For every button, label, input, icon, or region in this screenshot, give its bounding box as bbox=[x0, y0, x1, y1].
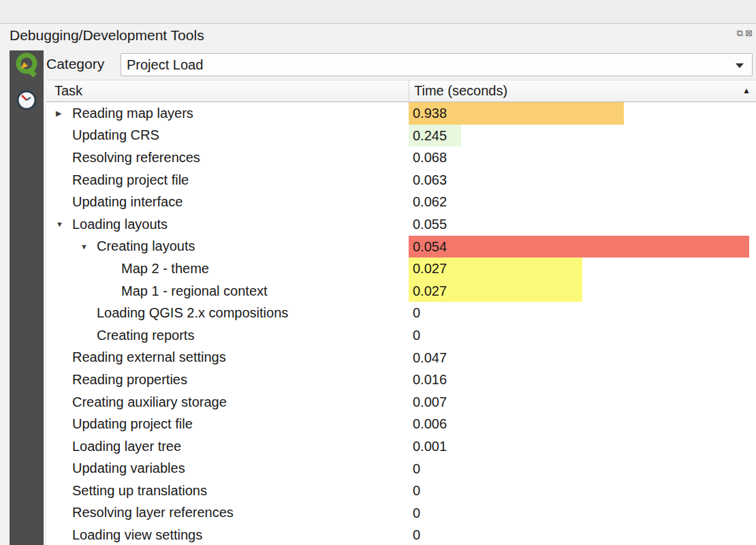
time-value: 0 bbox=[409, 502, 756, 525]
task-label: Reading project file bbox=[72, 172, 189, 188]
table-row[interactable]: Creating auxiliary storage 0.007 bbox=[46, 391, 756, 414]
time-value: 0.027 bbox=[409, 258, 756, 280]
task-label: Reading properties bbox=[72, 372, 187, 388]
table-row[interactable]: Reading properties 0.016 bbox=[46, 369, 756, 391]
close-panel-icon[interactable]: ⊠ bbox=[745, 29, 753, 37]
time-value: 0.055 bbox=[409, 213, 756, 236]
time-value: 0.016 bbox=[409, 369, 756, 391]
time-value: 0.006 bbox=[409, 413, 756, 435]
task-label: Map 2 - theme bbox=[121, 261, 209, 277]
chevron-down-icon bbox=[736, 63, 744, 68]
task-label: Reading external settings bbox=[72, 349, 226, 365]
task-label: Updating CRS bbox=[72, 127, 159, 143]
table-row[interactable]: Resolving layer references 0 bbox=[46, 502, 756, 525]
table-body: ▶ Reading map layers 0.938 Updating CRS … bbox=[46, 102, 756, 545]
time-value: 0.245 bbox=[409, 125, 756, 147]
table-row[interactable]: Loading layer tree 0.001 bbox=[46, 435, 756, 458]
time-value: 0 bbox=[409, 458, 756, 480]
time-value: 0.068 bbox=[409, 146, 756, 169]
category-label: Category bbox=[46, 56, 104, 72]
table-row[interactable]: Updating project file 0.006 bbox=[46, 413, 756, 435]
table-row[interactable]: Reading external settings 0.047 bbox=[46, 347, 756, 369]
expand-arrow[interactable]: ▼ bbox=[54, 220, 72, 228]
table-row[interactable]: ▼ Loading layouts 0.055 bbox=[46, 213, 756, 236]
task-label: Loading QGIS 2.x compositions bbox=[97, 305, 288, 321]
task-label: Creating reports bbox=[97, 328, 194, 343]
tools-sidebar bbox=[10, 50, 44, 545]
time-value: 0 bbox=[409, 480, 756, 502]
table-header: Task Time (seconds) ▲ bbox=[46, 80, 756, 102]
table-row[interactable]: Updating CRS 0.245 bbox=[46, 125, 756, 147]
table-row[interactable]: ▶ Reading map layers 0.938 bbox=[46, 102, 756, 125]
time-value: 0.938 bbox=[409, 102, 756, 125]
time-value: 0.062 bbox=[409, 191, 756, 213]
table-row[interactable]: Creating reports 0 bbox=[46, 324, 756, 347]
time-value: 0.047 bbox=[409, 347, 756, 369]
task-label: Loading view settings bbox=[72, 527, 202, 543]
task-label: Resolving layer references bbox=[72, 505, 234, 520]
task-label: Creating layouts bbox=[97, 238, 195, 254]
task-label: Creating auxiliary storage bbox=[72, 394, 227, 410]
table-row[interactable]: Map 2 - theme 0.027 bbox=[46, 258, 756, 280]
column-header-time[interactable]: Time (seconds) ▲ bbox=[409, 80, 756, 102]
panel-title: Debugging/Development Tools bbox=[10, 27, 204, 44]
expand-arrow[interactable]: ▶ bbox=[54, 109, 72, 118]
table-row[interactable]: Loading view settings 0 bbox=[46, 524, 756, 545]
table-row[interactable]: Updating interface 0.062 bbox=[46, 191, 756, 213]
time-value: 0.054 bbox=[409, 236, 756, 258]
table-row[interactable]: Loading QGIS 2.x compositions 0 bbox=[46, 302, 756, 324]
task-label: Updating variables bbox=[72, 461, 185, 476]
task-label: Resolving references bbox=[72, 150, 200, 166]
table-row[interactable]: Resolving references 0.068 bbox=[46, 146, 756, 169]
category-combobox[interactable]: Project Load bbox=[121, 53, 753, 76]
sort-ascending-icon: ▲ bbox=[742, 80, 751, 102]
table-row[interactable]: Map 1 - regional context 0.027 bbox=[46, 280, 756, 302]
column-header-time-label: Time (seconds) bbox=[414, 83, 507, 98]
time-value: 0.007 bbox=[409, 391, 756, 414]
task-label: Map 1 - regional context bbox=[121, 283, 268, 299]
table-row[interactable]: Updating variables 0 bbox=[46, 458, 756, 480]
task-label: Loading layouts bbox=[72, 217, 168, 232]
time-value: 0.027 bbox=[409, 280, 756, 302]
qgis-logo-icon bbox=[10, 50, 44, 80]
time-value: 0.001 bbox=[409, 435, 756, 458]
time-value: 0 bbox=[409, 324, 756, 347]
table-row[interactable]: Setting up translations 0 bbox=[46, 480, 756, 502]
task-label: Updating project file bbox=[72, 416, 193, 432]
task-label: Updating interface bbox=[72, 194, 183, 210]
column-header-task[interactable]: Task bbox=[46, 80, 409, 102]
table-row[interactable]: ▼ Creating layouts 0.054 bbox=[46, 236, 756, 258]
time-value: 0 bbox=[409, 524, 756, 545]
category-value: Project Load bbox=[127, 54, 203, 76]
float-panel-icon[interactable]: ⧉ bbox=[737, 29, 743, 37]
window-controls: ⧉ ⊠ bbox=[737, 29, 753, 37]
task-label: Reading map layers bbox=[72, 106, 193, 121]
task-label: Setting up translations bbox=[72, 483, 207, 499]
debug-tools-panel: Debugging/Development Tools ⧉ ⊠ Category… bbox=[0, 0, 756, 545]
time-value: 0 bbox=[409, 302, 756, 324]
task-label: Loading layer tree bbox=[72, 439, 181, 454]
profiler-clock-icon[interactable] bbox=[15, 89, 38, 112]
expand-arrow[interactable]: ▼ bbox=[79, 243, 97, 251]
time-value: 0.063 bbox=[409, 169, 756, 191]
table-row[interactable]: Reading project file 0.063 bbox=[46, 169, 756, 191]
